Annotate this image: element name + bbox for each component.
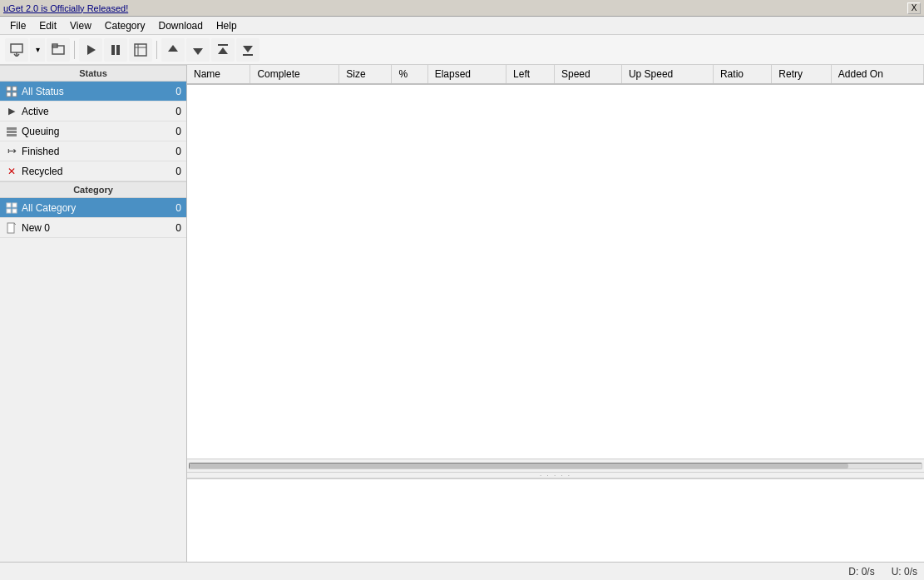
all-category-icon (5, 201, 18, 215)
move-top-button[interactable] (211, 38, 235, 62)
table-container[interactable]: Name Complete Size % Elapsed Left Speed … (187, 65, 924, 459)
col-percent[interactable]: % (392, 65, 427, 84)
menu-item-download[interactable]: Download (152, 18, 210, 33)
svg-marker-10 (168, 45, 178, 52)
upload-label: U: (892, 566, 902, 578)
sidebar-item-queuing[interactable]: Queuing 0 (0, 121, 186, 141)
status-section-header: Status (0, 65, 186, 82)
table-header-row: Name Complete Size % Elapsed Left Speed … (187, 65, 924, 84)
sidebar-new-0-count: 0 (165, 222, 181, 234)
h-scroll-track[interactable] (189, 463, 922, 469)
finished-icon: ↦ (5, 145, 18, 158)
recycled-icon: ✕ (5, 165, 18, 178)
svg-rect-23 (7, 203, 11, 207)
sidebar-item-active[interactable]: ▶ Active 0 (0, 102, 186, 121)
menu-item-help[interactable]: Help (210, 18, 244, 33)
svg-rect-5 (111, 45, 115, 55)
svg-marker-4 (87, 45, 96, 55)
sidebar-item-recycled[interactable]: ✕ Recycled 0 (0, 161, 186, 181)
move-bottom-button[interactable] (236, 38, 259, 62)
svg-rect-7 (135, 44, 146, 56)
svg-rect-6 (116, 45, 120, 55)
title-bar: uGet 2.0 is Officially Released! X (0, 0, 924, 17)
close-button[interactable]: X (907, 2, 921, 14)
svg-marker-11 (193, 48, 203, 55)
sidebar-item-all-status[interactable]: All Status 0 (0, 82, 186, 102)
new-download-dropdown[interactable]: ▾ (30, 38, 45, 62)
category-section-header: Category (0, 181, 186, 198)
sidebar-all-category-count: 0 (165, 202, 181, 214)
svg-rect-16 (7, 87, 11, 91)
sidebar-item-finished[interactable]: ↦ Finished 0 (0, 141, 186, 161)
upload-speed: 0/s (904, 566, 917, 578)
all-status-icon (5, 85, 18, 98)
upload-speed-status: U: 0/s (892, 566, 917, 578)
active-icon: ▶ (5, 105, 18, 118)
svg-rect-24 (12, 203, 17, 207)
toolbar-separator-2 (156, 41, 157, 59)
svg-rect-26 (12, 209, 17, 213)
menu-bar: FileEditViewCategoryDownloadHelp (0, 17, 924, 35)
move-down-button[interactable] (186, 38, 210, 62)
menu-item-view[interactable]: View (63, 18, 98, 33)
new-download-button[interactable] (5, 38, 28, 62)
sidebar-queuing-label: Queuing (22, 126, 165, 137)
svg-rect-20 (7, 127, 17, 130)
menu-item-file[interactable]: File (3, 18, 32, 33)
download-label: D: (848, 566, 858, 578)
sidebar-recycled-count: 0 (165, 166, 181, 177)
downloads-table: Name Complete Size % Elapsed Left Speed … (187, 65, 924, 85)
sidebar-active-label: Active (22, 106, 165, 117)
horizontal-scrollbar[interactable] (187, 459, 924, 472)
bottom-panel (187, 478, 924, 562)
sidebar-new-0-label: New 0 (22, 222, 165, 234)
menu-item-edit[interactable]: Edit (32, 18, 63, 33)
col-retry[interactable]: Retry (772, 65, 831, 84)
sidebar-all-category-label: All Category (22, 202, 165, 214)
toolbar: ▾ (0, 35, 924, 65)
col-complete[interactable]: Complete (250, 65, 339, 84)
svg-marker-15 (243, 46, 253, 52)
status-bar: D: 0/s U: 0/s (0, 562, 924, 580)
col-size[interactable]: Size (339, 65, 392, 84)
svg-rect-19 (12, 92, 17, 97)
properties-button[interactable] (129, 38, 152, 62)
new-category-button[interactable] (47, 38, 70, 62)
col-name[interactable]: Name (187, 65, 250, 84)
svg-rect-17 (12, 87, 17, 91)
resize-handle[interactable]: · · · · · (187, 472, 924, 478)
queuing-icon (5, 125, 18, 138)
col-elapsed[interactable]: Elapsed (427, 65, 506, 84)
sidebar-item-all-category[interactable]: All Category 0 (0, 198, 186, 218)
toolbar-separator-1 (74, 41, 75, 59)
pause-button[interactable] (104, 38, 127, 62)
sidebar-item-new-0[interactable]: New 0 0 (0, 218, 186, 238)
svg-rect-18 (7, 92, 11, 97)
svg-rect-25 (7, 209, 11, 213)
sidebar-recycled-label: Recycled (22, 166, 165, 177)
sidebar-finished-label: Finished (22, 146, 165, 157)
svg-rect-0 (11, 44, 22, 52)
download-speed: 0/s (862, 566, 875, 578)
svg-rect-27 (7, 223, 14, 233)
main-content: Status All Status 0 ▶ Active 0 (0, 65, 924, 562)
svg-rect-22 (7, 134, 17, 136)
start-button[interactable] (79, 38, 102, 62)
col-ratio[interactable]: Ratio (713, 65, 771, 84)
sidebar-active-count: 0 (165, 106, 181, 117)
h-scroll-thumb[interactable] (190, 464, 848, 468)
sidebar-all-status-label: All Status (22, 86, 165, 97)
move-up-button[interactable] (161, 38, 185, 62)
sidebar-finished-count: 0 (165, 146, 181, 157)
sidebar-queuing-count: 0 (165, 126, 181, 137)
col-speed[interactable]: Speed (555, 65, 622, 84)
title-text[interactable]: uGet 2.0 is Officially Released! (3, 3, 128, 13)
menu-item-category[interactable]: Category (98, 18, 152, 33)
col-left[interactable]: Left (506, 65, 555, 84)
new-0-icon (5, 221, 18, 235)
col-added-on[interactable]: Added On (831, 65, 923, 84)
svg-marker-13 (218, 47, 228, 54)
download-speed-status: D: 0/s (848, 566, 874, 578)
sidebar-all-status-count: 0 (165, 86, 181, 97)
col-up-speed[interactable]: Up Speed (621, 65, 713, 84)
